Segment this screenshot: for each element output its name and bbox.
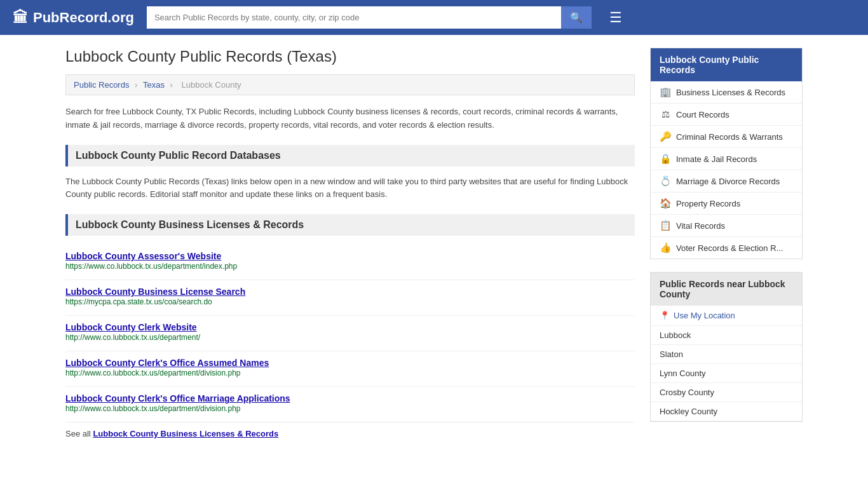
menu-button[interactable]: ☰ (609, 10, 622, 26)
sidebar-record-item[interactable]: 🔑 Criminal Records & Warrants (651, 126, 802, 148)
record-link: Lubbock County Clerk Website http://www.… (65, 322, 635, 342)
search-button[interactable]: 🔍 (561, 6, 592, 29)
record-link: Lubbock County Clerk's Office Assumed Na… (65, 358, 635, 377)
nearby-place-item[interactable]: Crosby County (651, 383, 802, 402)
sidebar-item-icon: 🏠 (660, 198, 671, 209)
sidebar-item-label: Vital Records (676, 221, 725, 231)
record-url: http://www.co.lubbock.tx.us/department/ (65, 333, 635, 342)
sidebar-record-item[interactable]: 📋 Vital Records (651, 215, 802, 237)
sidebar-item-icon: 👍 (660, 242, 671, 254)
use-location-label: Use My Location (674, 311, 735, 320)
breadcrumb-lubbock: Lubbock County (182, 80, 241, 90)
sidebar-record-item[interactable]: 💍 Marriage & Divorce Records (651, 170, 802, 193)
record-url: http://www.co.lubbock.tx.us/department/d… (65, 404, 635, 413)
record-entry: Lubbock County Clerk's Office Marriage A… (65, 387, 635, 423)
nearby-list: LubbockSlatonLynn CountyCrosby CountyHoc… (651, 326, 802, 421)
breadcrumb-public-records[interactable]: Public Records (74, 80, 129, 90)
business-section-header: Lubbock County Business Licenses & Recor… (65, 214, 635, 236)
sidebar-record-item[interactable]: ⚖ Court Records (651, 104, 802, 126)
logo-text: PubRecord.org (33, 10, 134, 26)
sidebar-item-label: Business Licenses & Records (676, 88, 785, 97)
sidebar-item-label: Property Records (676, 199, 740, 208)
main-container: Lubbock County Public Records (Texas) Pu… (53, 35, 815, 451)
nearby-header: Public Records near Lubbock County (651, 273, 802, 306)
search-icon: 🔍 (570, 12, 583, 23)
nearby-box: Public Records near Lubbock County 📍 Use… (650, 272, 803, 422)
record-url: https://www.co.lubbock.tx.us/department/… (65, 262, 635, 271)
breadcrumb: Public Records › Texas › Lubbock County (65, 74, 635, 95)
main-content: Lubbock County Public Records (Texas) Pu… (65, 48, 635, 438)
nearby-place-item[interactable]: Slaton (651, 345, 802, 364)
record-entry: Lubbock County Clerk Website http://www.… (65, 316, 635, 351)
sidebar-item-icon: 🔑 (660, 131, 671, 142)
sidebar-item-label: Criminal Records & Warrants (676, 132, 783, 142)
sidebar-item-icon: 💍 (660, 175, 671, 187)
record-title-link[interactable]: Lubbock County Clerk Website (65, 322, 197, 332)
page-description: Search for free Lubbock County, TX Publi… (65, 105, 635, 132)
sidebar-item-icon: 🏢 (660, 86, 671, 98)
record-entry: Lubbock County Business License Search h… (65, 280, 635, 316)
sidebar-record-item[interactable]: 🏢 Business Licenses & Records (651, 81, 802, 104)
sidebar-item-icon: 📋 (660, 220, 671, 231)
sidebar-item-icon: 🔒 (660, 153, 671, 165)
nearby-place-item[interactable]: Lynn County (651, 364, 802, 383)
hamburger-icon: ☰ (609, 10, 622, 25)
sidebar-item-label: Marriage & Divorce Records (676, 177, 780, 186)
logo-icon: 🏛 (13, 9, 28, 27)
see-all-link[interactable]: Lubbock County Business Licenses & Recor… (93, 429, 278, 438)
databases-description: The Lubbock County Public Records (Texas… (65, 175, 635, 202)
record-url: https://mycpa.cpa.state.tx.us/coa/search… (65, 297, 635, 306)
nearby-place-item[interactable]: Hockley County (651, 402, 802, 421)
record-url: http://www.co.lubbock.tx.us/department/d… (65, 369, 635, 377)
sidebar-items-list: 🏢 Business Licenses & Records ⚖ Court Re… (651, 81, 802, 259)
sidebar: Lubbock County Public Records 🏢 Business… (650, 48, 803, 438)
record-title-link[interactable]: Lubbock County Business License Search (65, 287, 245, 297)
record-title-link[interactable]: Lubbock County Clerk's Office Assumed Na… (65, 358, 269, 368)
record-entry: Lubbock County Clerk's Office Assumed Na… (65, 351, 635, 387)
sidebar-item-label: Inmate & Jail Records (676, 154, 757, 164)
sidebar-item-icon: ⚖ (660, 109, 671, 120)
sidebar-record-item[interactable]: 🏠 Property Records (651, 193, 802, 215)
site-header: 🏛 PubRecord.org 🔍 ☰ (0, 0, 868, 35)
record-link: Lubbock County Business License Search h… (65, 287, 635, 306)
sidebar-item-label: Court Records (676, 110, 729, 119)
search-bar: 🔍 (147, 6, 592, 29)
use-location-button[interactable]: 📍 Use My Location (651, 306, 802, 326)
databases-section-header: Lubbock County Public Record Databases (65, 145, 635, 166)
see-all: See all Lubbock County Business Licenses… (65, 429, 635, 438)
sidebar-record-item[interactable]: 👍 Voter Records & Election R... (651, 237, 802, 259)
page-title: Lubbock County Public Records (Texas) (65, 48, 635, 65)
county-records-box: Lubbock County Public Records 🏢 Business… (650, 48, 803, 259)
record-link: Lubbock County Clerk's Office Marriage A… (65, 393, 635, 413)
records-list: Lubbock County Assessor's Website https:… (65, 245, 635, 423)
record-entry: Lubbock County Assessor's Website https:… (65, 245, 635, 280)
record-title-link[interactable]: Lubbock County Clerk's Office Marriage A… (65, 393, 290, 403)
location-icon: 📍 (660, 311, 670, 320)
county-box-header: Lubbock County Public Records (651, 48, 802, 81)
breadcrumb-texas[interactable]: Texas (143, 80, 165, 90)
record-title-link[interactable]: Lubbock County Assessor's Website (65, 251, 221, 261)
search-input[interactable] (147, 6, 561, 29)
sidebar-record-item[interactable]: 🔒 Inmate & Jail Records (651, 148, 802, 170)
site-logo[interactable]: 🏛 PubRecord.org (13, 9, 134, 27)
sidebar-item-label: Voter Records & Election R... (676, 243, 783, 253)
nearby-place-item[interactable]: Lubbock (651, 326, 802, 345)
record-link: Lubbock County Assessor's Website https:… (65, 251, 635, 271)
